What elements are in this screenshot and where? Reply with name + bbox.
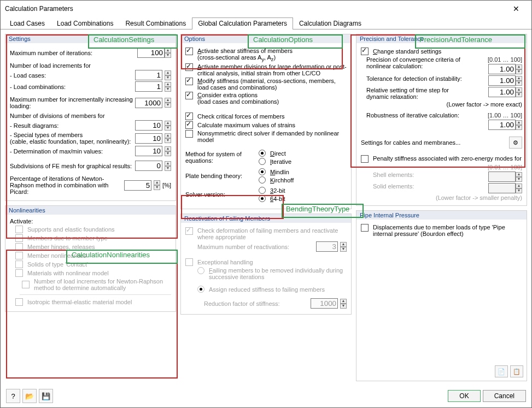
check-solids: [15, 261, 23, 268]
check-shear[interactable]: [185, 48, 193, 55]
radio-iterative[interactable]: [259, 158, 266, 165]
spinner[interactable]: ▲▼: [516, 76, 522, 86]
opt-extra: Consider extra options (load cases and c…: [197, 92, 279, 105]
prec-conv-label: Precision of convergence criteria of non…: [366, 56, 467, 69]
opt-strains: Calculate maximum values of strains: [197, 122, 295, 128]
prec-shell-input: [488, 172, 516, 182]
spinner[interactable]: ▲▼: [165, 70, 171, 80]
check-hinges: [15, 243, 23, 251]
save-button[interactable]: 💾: [39, 389, 53, 403]
ok-button[interactable]: OK: [448, 390, 480, 402]
radio-opt1: [197, 267, 204, 274]
radio-kirchhoff[interactable]: [259, 176, 266, 184]
check-change[interactable]: [361, 48, 369, 55]
prec-penalty-range: [0.01 … 100]: [361, 164, 522, 170]
prec-penalty: Penalty stiffness associated with zero-e…: [373, 155, 522, 162]
max-inc-loading-input[interactable]: [135, 98, 162, 108]
tab-result-combinations[interactable]: Result Combinations: [119, 17, 192, 29]
nonlin-activate: Activate:: [10, 218, 171, 224]
spinner[interactable]: ▲▼: [165, 161, 171, 171]
spinner: ▲▼: [516, 184, 522, 193]
prec-tol-input[interactable]: [488, 75, 516, 86]
check-critical[interactable]: [185, 113, 193, 120]
pipe-header: Pipe Internal Pressure: [356, 211, 527, 220]
extra-button-1[interactable]: 📄: [495, 365, 508, 377]
help-button[interactable]: ?: [6, 389, 20, 403]
radio-direct[interactable]: [259, 150, 266, 157]
ndm-label: Number of divisions of members for: [10, 113, 171, 119]
radio-64bit[interactable]: [259, 195, 266, 202]
react-except: Exceptional handling: [197, 259, 253, 265]
solver-label: Solver version:: [185, 191, 256, 198]
picard-unit: [%]: [162, 182, 171, 188]
close-button[interactable]: ✕: [505, 1, 527, 16]
prec-rob-input[interactable]: [488, 120, 516, 130]
react-maxreact-input: [316, 241, 338, 252]
prec-conv-range: [0.01 … 100]: [488, 56, 522, 63]
max-iter-input[interactable]: [137, 48, 165, 58]
check-strains[interactable]: [185, 121, 193, 129]
plate-label: Plate bending theory:: [185, 173, 256, 179]
react-redf-input: [311, 298, 338, 309]
nli-load-cases-input[interactable]: [135, 70, 162, 80]
max-iter-label: Maximum number of iterations:: [10, 50, 135, 56]
picard-input[interactable]: [124, 180, 151, 191]
check-nonsym[interactable]: [185, 130, 193, 138]
nonlin-hinges: Member hinges, releases: [27, 244, 95, 250]
spinner[interactable]: ▲▼: [165, 98, 171, 108]
tab-load-combinations[interactable]: Load Combinations: [51, 17, 119, 29]
nli-load-comb-label: - Load combinations:: [10, 84, 133, 90]
spinner[interactable]: ▲▼: [165, 146, 171, 156]
cancel-button[interactable]: Cancel: [483, 390, 526, 402]
prec-ts-label: Relative setting of time step for dynami…: [366, 87, 467, 100]
spinner[interactable]: ▲▼: [165, 133, 171, 143]
prec-shell-label: Shell elements:: [373, 172, 467, 178]
solver-32: 32-bit: [270, 187, 285, 194]
check-except: [185, 258, 193, 266]
subdiv-input[interactable]: [135, 161, 162, 171]
plate-kirch: Kirchhoff: [270, 177, 294, 184]
check-extra[interactable]: [185, 92, 193, 99]
check-pipe[interactable]: [361, 224, 369, 232]
tab-load-cases[interactable]: Load Cases: [4, 17, 51, 29]
spinner[interactable]: ▲▼: [154, 180, 160, 190]
cables-settings-button[interactable]: ⚙: [509, 137, 522, 149]
prec-ts-input[interactable]: [488, 87, 516, 97]
check-penalty[interactable]: [361, 155, 369, 163]
spinner[interactable]: ▲▼: [516, 87, 522, 97]
spinner: ▲▼: [340, 242, 347, 252]
ndm-maxmin-input[interactable]: [135, 146, 162, 156]
method-iter: Iterative: [270, 158, 291, 165]
pipe-disp: Displacements due to member loads of typ…: [373, 224, 522, 237]
prec-ts-note: (Lower factor -> more exact): [361, 101, 522, 108]
prec-cables-label: Settings for cables and membranes...: [361, 139, 507, 146]
spinner[interactable]: ▲▼: [516, 120, 522, 130]
subdiv-label: Subdivisions of FE mesh for graphical re…: [10, 163, 133, 169]
nonlin-memnl: Member nonlinearities: [27, 252, 86, 259]
check-supports: [15, 226, 23, 233]
radio-mindlin[interactable]: [259, 168, 266, 175]
check-memtype: [15, 234, 23, 242]
radio-32bit[interactable]: [259, 187, 266, 194]
extra-button-2[interactable]: 📋: [510, 365, 523, 377]
nli-load-comb-input[interactable]: [135, 81, 162, 92]
spinner[interactable]: ▲▼: [165, 48, 171, 58]
nonlin-iso: Isotropic thermal-elastic material model: [27, 299, 132, 305]
spinner[interactable]: ▲▼: [165, 82, 171, 92]
window-title: Calculation Parameters: [5, 5, 73, 13]
prec-conv-input[interactable]: [488, 64, 516, 74]
check-divs[interactable]: [185, 63, 193, 71]
ndm-special-input[interactable]: [135, 133, 162, 144]
tab-global-params[interactable]: Global Calculation Parameters: [192, 17, 293, 29]
nonlin-memtype: Members due to member type: [27, 235, 108, 241]
check-modstiff[interactable]: [185, 78, 193, 85]
method-direct: Direct: [270, 150, 286, 157]
open-button[interactable]: 📂: [22, 389, 37, 403]
spinner[interactable]: ▲▼: [165, 121, 171, 131]
check-react: [185, 227, 193, 235]
tab-calc-diagrams[interactable]: Calculation Diagrams: [293, 17, 367, 29]
ndm-result-input[interactable]: [135, 120, 162, 131]
nonlin-materials: Materials with nonlinear model: [27, 270, 109, 276]
spinner[interactable]: ▲▼: [516, 64, 522, 74]
react-redf-label: Reduction factor of stiffness:: [204, 300, 308, 307]
